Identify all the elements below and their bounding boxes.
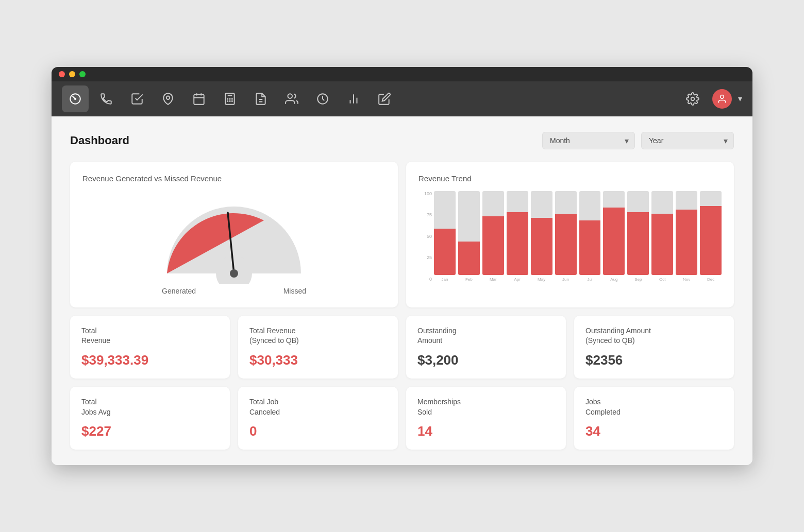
bar-label: Mar (482, 277, 504, 282)
bar-label: Apr (507, 277, 528, 282)
bar-top (651, 191, 673, 214)
app-window: ▾ Dashboard MonthJanuaryFebruaryMarchApr… (52, 67, 752, 465)
bar-top (507, 191, 528, 212)
bar-label: Oct (651, 277, 673, 282)
user-menu-chevron[interactable]: ▾ (738, 94, 742, 104)
bar-chart-wrapper: 100 75 50 25 0 JanFebMarAprMayJunJulAugS… (418, 191, 722, 294)
bar-group: Apr (507, 191, 528, 282)
bar-group: Dec (700, 191, 722, 282)
nav-settings[interactable] (679, 85, 706, 112)
stat-card-outstanding-amount-qb: Outstanding Amount (Synced to QB)$2356 (574, 316, 734, 379)
stat-card-total-revenue: Total Revenue$39,333.39 (70, 316, 230, 379)
bar-top (676, 191, 697, 210)
month-select[interactable]: MonthJanuaryFebruaryMarchAprilMayJuneJul… (542, 132, 635, 149)
stat-label-memberships-sold: Memberships Sold (417, 397, 555, 417)
nav-calendar[interactable] (186, 85, 212, 112)
close-button[interactable] (59, 71, 65, 77)
bar-label: Dec (700, 277, 722, 282)
page-header: Dashboard MonthJanuaryFebruaryMarchApril… (70, 132, 734, 149)
nav-dashboard[interactable] (62, 85, 89, 112)
bar-group: Mar (482, 191, 504, 282)
trend-card: Revenue Trend 100 75 50 25 0 JanFebMarAp… (406, 162, 734, 307)
nav-notes[interactable] (371, 85, 398, 112)
stat-card-jobs-completed: Jobs Completed34 (574, 387, 734, 450)
charts-row: Revenue Generated vs Missed Revenue (70, 162, 734, 307)
trend-title: Revenue Trend (418, 174, 722, 183)
bar-label: May (531, 277, 552, 282)
nav-team[interactable] (278, 85, 305, 112)
nav-invoices[interactable] (247, 85, 274, 112)
nav-reports[interactable] (340, 85, 367, 112)
bar-label: Sep (627, 277, 649, 282)
stat-label-outstanding-amount-qb: Outstanding Amount (Synced to QB) (585, 326, 723, 346)
month-select-wrapper: MonthJanuaryFebruaryMarchAprilMayJuneJul… (542, 132, 635, 149)
year-select[interactable]: Year202220232024 (641, 132, 734, 149)
main-content: Dashboard MonthJanuaryFebruaryMarchApril… (52, 116, 752, 465)
bar-group: Nov (676, 191, 697, 282)
bar-bottom (482, 216, 504, 275)
bar-group: Jan (434, 191, 456, 282)
user-avatar[interactable] (712, 89, 732, 109)
minimize-button[interactable] (69, 71, 75, 77)
gauge-card: Revenue Generated vs Missed Revenue (70, 162, 398, 307)
svg-point-26 (230, 269, 238, 278)
nav-right-section: ▾ (679, 85, 742, 112)
titlebar (52, 67, 752, 81)
bar-top (603, 191, 625, 208)
bar-top (434, 191, 456, 229)
bar-top (531, 191, 552, 218)
maximize-button[interactable] (79, 71, 86, 77)
bar-label: Nov (676, 277, 697, 282)
stat-card-memberships-sold: Memberships Sold14 (406, 387, 566, 450)
svg-point-22 (691, 97, 695, 101)
svg-point-23 (721, 95, 724, 98)
bar-top (555, 191, 577, 215)
bar-label: Aug (603, 277, 625, 282)
svg-point-2 (166, 96, 170, 99)
svg-rect-3 (194, 94, 204, 105)
bar-bottom (651, 214, 673, 275)
navbar: ▾ (52, 81, 752, 116)
nav-calculator[interactable] (216, 85, 243, 112)
stat-value-total-revenue: $39,333.39 (81, 352, 219, 368)
bar-label: Jun (555, 277, 577, 282)
generated-label: Generated (162, 287, 196, 295)
bar-chart-y-axis: 100 75 50 25 0 (418, 191, 434, 282)
bar-bottom (434, 229, 456, 275)
nav-tasks[interactable] (124, 85, 150, 112)
bar-group: Feb (458, 191, 480, 282)
bar-top (579, 191, 601, 220)
bar-label: Feb (458, 277, 480, 282)
bar-bottom (603, 208, 625, 274)
nav-location[interactable] (155, 85, 181, 112)
stat-card-total-jobs-avg: Total Jobs Avg$227 (70, 387, 230, 450)
stat-label-total-revenue-qb: Total Revenue (Synced to QB) (249, 326, 387, 346)
bar-bottom (700, 206, 722, 275)
missed-label: Missed (283, 287, 306, 295)
gauge-labels: Generated Missed (162, 287, 306, 295)
bar-label: Jan (434, 277, 456, 282)
bar-bottom (531, 218, 552, 275)
stat-value-outstanding-amount-qb: $2356 (585, 352, 723, 368)
stats-grid: Total Revenue$39,333.39Total Revenue (Sy… (70, 316, 734, 450)
stat-value-memberships-sold: 14 (417, 423, 555, 439)
bar-bottom (507, 212, 528, 275)
stat-value-total-job-canceled: 0 (249, 423, 387, 439)
stat-card-total-revenue-qb: Total Revenue (Synced to QB)$30,333 (238, 316, 398, 379)
stat-card-outstanding-amount: Outstanding Amount$3,200 (406, 316, 566, 379)
filter-group: MonthJanuaryFebruaryMarchAprilMayJuneJul… (542, 132, 734, 149)
nav-clock[interactable] (309, 85, 336, 112)
bar-top (482, 191, 504, 216)
bar-top (458, 191, 480, 242)
bar-bottom (555, 214, 577, 274)
stat-label-total-jobs-avg: Total Jobs Avg (81, 397, 219, 417)
gauge-svg (152, 191, 316, 284)
bar-bottom (458, 242, 480, 275)
nav-phone[interactable] (93, 85, 120, 112)
year-select-wrapper: Year202220232024 (641, 132, 734, 149)
stat-value-total-revenue-qb: $30,333 (249, 352, 387, 368)
stat-label-jobs-completed: Jobs Completed (585, 397, 723, 417)
bar-label: Jul (579, 277, 601, 282)
bar-group: Sep (627, 191, 649, 282)
page-title: Dashboard (70, 134, 542, 147)
